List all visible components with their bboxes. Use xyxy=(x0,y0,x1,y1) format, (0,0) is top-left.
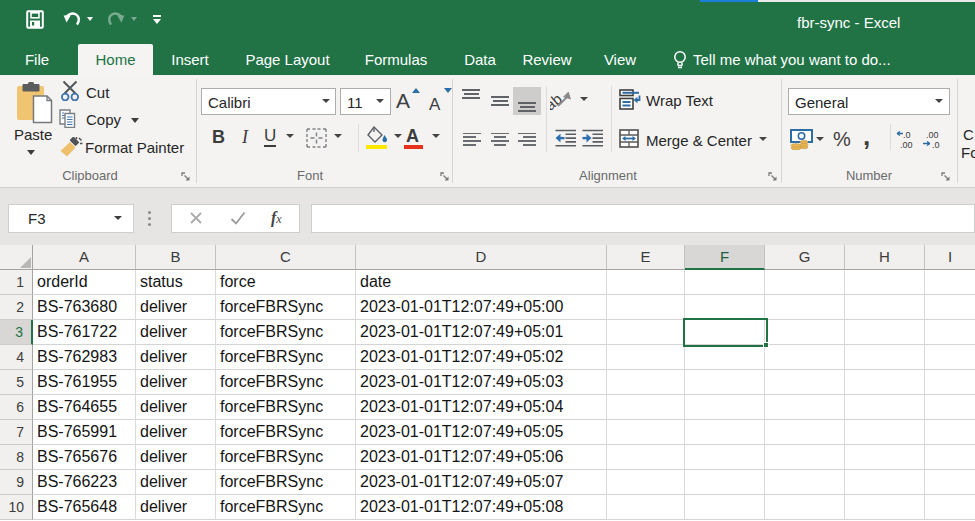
svg-text:.00: .00 xyxy=(926,130,939,140)
svg-text:ab: ab xyxy=(550,90,565,110)
svg-text:.00: .00 xyxy=(900,140,913,149)
svg-text:.0: .0 xyxy=(903,130,911,140)
svg-text:.0: .0 xyxy=(932,140,940,149)
